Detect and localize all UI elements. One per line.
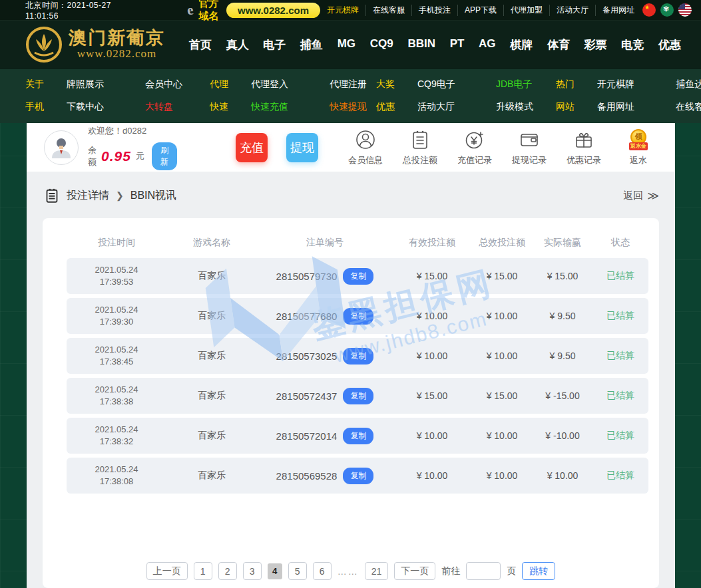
subnav-backup-url[interactable]: 备用网址 [597,101,669,113]
page-button-2[interactable]: 2 [218,562,237,580]
goto-label: 前往 [441,565,460,577]
topbar-link-agent[interactable]: 代理加盟 [504,5,550,16]
total-bets-label: 总投注额 [403,154,437,166]
bet-details-icon [44,188,60,204]
back-link[interactable]: 返回 ≫ [623,189,658,203]
copy-button[interactable]: 复制 [343,268,373,285]
rebate-label: 返水 [630,154,647,166]
topbar-link-app[interactable]: APP下载 [458,5,504,16]
copy-button[interactable]: 复制 [343,348,373,365]
brand-domain: www.0282.com [77,47,157,61]
page-button-6[interactable]: 6 [313,562,332,580]
user-bar: 欢迎您！d0282 余额 0.95 元 刷新 充值 提现 会员信息 [27,123,675,172]
subnav-cq9-slots[interactable]: CQ9电子 [417,78,489,90]
nav-pt[interactable]: PT [449,33,466,57]
subnav-group-hot: 热门 开元棋牌 捕鱼达人 网站 备用网址 在线客服 [556,78,701,123]
subnav-quick-withdraw[interactable]: 快速提现 [330,101,376,113]
rebate-item[interactable]: 领 返水金 返水 [619,129,658,166]
nav-sports[interactable]: 体育 [546,33,571,57]
back-label: 返回 [623,190,643,202]
subnav-label-hot: 热门 [556,78,590,90]
jump-button[interactable]: 跳转 [522,562,555,580]
topbar-link-service[interactable]: 在线客服 [366,5,412,16]
table-row: 2021.05.2417:39:53 百家乐 28150579730复制 ¥ 1… [67,258,648,294]
promo-records-item[interactable]: 优惠记录 [565,129,603,166]
pagination-ellipsis: …… [338,566,359,577]
bet-records-card: 投注时间 游戏名称 注单编号 有效投注额 总效投注额 实际输赢 状态 2021.… [43,218,659,588]
deposit-records-icon [464,129,485,150]
nav-home[interactable]: 首页 [188,33,213,57]
avatar[interactable] [44,130,79,165]
quick-links-row: 会员信息 总投注额 充值记录 [346,129,658,166]
table-header-row: 投注时间 游戏名称 注单编号 有效投注额 总效投注额 实际输赢 状态 [67,227,648,258]
copy-button[interactable]: 复制 [343,388,373,404]
current-page-button[interactable]: 4 [268,563,282,579]
browser-e-icon: e [186,3,194,17]
nav-cq9[interactable]: CQ9 [369,33,395,57]
brand-title: 澳门新葡京 [69,29,165,47]
goto-page-input[interactable] [466,562,501,580]
copy-button[interactable]: 复制 [343,308,373,325]
nav-live[interactable]: 真人 [225,33,250,57]
balance-label: 余额 [88,144,97,168]
site-logo[interactable]: 澳门新葡京 www.0282.com [25,26,165,63]
withdraw-button[interactable]: 提现 [286,133,318,162]
subnav-upgrade-mode[interactable]: 升级模式 [496,101,556,113]
topbar-link-backup[interactable]: 备用网址 [596,5,641,16]
total-bets-item[interactable]: 总投注额 [401,129,439,166]
subnav-jdb-slots[interactable]: JDB电子 [496,78,556,90]
nav-mg[interactable]: MG [336,33,357,57]
copy-button[interactable]: 复制 [343,428,373,444]
nav-slots[interactable]: 电子 [262,33,287,57]
col-win-loss: 实际输赢 [533,237,592,249]
subnav-group-jackpot: 大奖 CQ9电子 JDB电子 优惠 活动大厅 升级模式 [376,78,556,123]
subnav-agent-register[interactable]: 代理注册 [330,78,376,90]
subnav-lucky-wheel[interactable]: 大转盘 [145,101,210,113]
subnav-activity-hall[interactable]: 活动大厅 [417,101,489,113]
topbar-link-kaiyuan[interactable]: 开元棋牌 [320,5,366,16]
language-flags [642,3,692,17]
subnav-kaiyuan-chess[interactable]: 开元棋牌 [597,78,669,90]
nav-chess[interactable]: 棋牌 [509,33,534,57]
subnav-fishing-master[interactable]: 捕鱼达人 [676,78,701,90]
main-menu: 首页 真人 电子 捕鱼 MG CQ9 BBIN PT AG 棋牌 体育 彩票 电… [188,33,682,57]
china-flag-icon[interactable] [642,3,656,17]
member-info-item[interactable]: 会员信息 [346,129,385,166]
withdraw-records-label: 提现记录 [512,154,547,166]
col-status: 状态 [592,237,648,249]
refresh-balance-button[interactable]: 刷新 [152,142,177,170]
nav-ag[interactable]: AG [477,33,497,57]
topbar-link-mobile-bet[interactable]: 手机投注 [412,5,458,16]
page-button-5[interactable]: 5 [288,562,307,580]
official-domain-pill[interactable]: www.0282.com [226,3,320,18]
secondary-navigation: 关于 牌照展示 会员中心 手机 下载中心 大转盘 代理 代理登入 代理注册 快速… [0,69,701,123]
breadcrumb-current: BBIN视讯 [130,189,176,203]
nav-bbin[interactable]: BBIN [406,33,437,57]
page-button-21[interactable]: 21 [365,562,389,580]
nav-esports[interactable]: 电竞 [620,33,645,57]
breadcrumb-separator: ❯ [116,190,124,201]
deposit-records-item[interactable]: 充值记录 [455,129,494,166]
page-button-1[interactable]: 1 [194,562,212,580]
nav-promo[interactable]: 优惠 [657,33,682,57]
member-info-label: 会员信息 [348,154,383,166]
macau-flag-icon[interactable] [660,3,674,17]
subnav-license[interactable]: 牌照展示 [67,78,138,90]
subnav-online-service[interactable]: 在线客服 [676,101,701,113]
col-bet-time: 投注时间 [67,237,166,249]
subnav-download-center[interactable]: 下载中心 [67,101,138,113]
nav-fishing[interactable]: 捕鱼 [299,33,324,57]
breadcrumb: 投注详情 ❯ BBIN视讯 [44,188,176,204]
topbar-link-activity[interactable]: 活动大厅 [550,5,596,16]
copy-button[interactable]: 复制 [343,468,373,484]
nav-lottery[interactable]: 彩票 [583,33,608,57]
subnav-member-center[interactable]: 会员中心 [145,78,210,90]
subnav-quick-deposit[interactable]: 快速充值 [251,101,323,113]
prev-page-button[interactable]: 上一页 [146,562,188,580]
withdraw-records-item[interactable]: 提现记录 [510,129,549,166]
page-button-3[interactable]: 3 [243,562,262,580]
usa-flag-icon[interactable] [678,3,692,17]
subnav-agent-login[interactable]: 代理登入 [251,78,323,90]
next-page-button[interactable]: 下一页 [394,562,435,580]
deposit-button[interactable]: 充值 [236,133,268,162]
